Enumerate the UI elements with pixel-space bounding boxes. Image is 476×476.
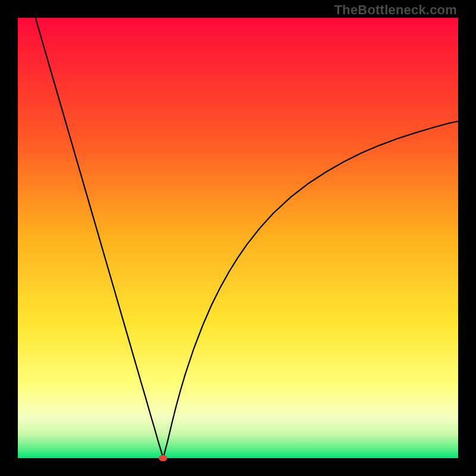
watermark-text: TheBottleneck.com [334,2,457,18]
minimum-marker [159,455,167,461]
bottleneck-chart [18,18,458,458]
chart-frame [18,18,458,458]
gradient-background [18,18,458,458]
